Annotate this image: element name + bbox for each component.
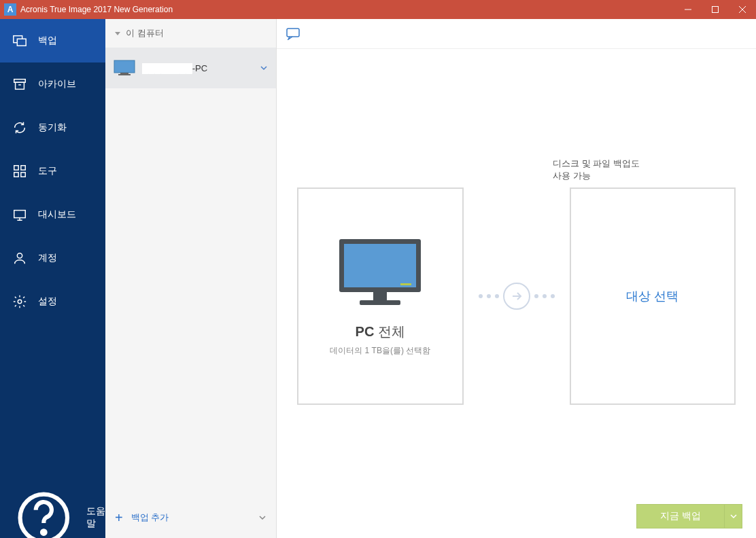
account-icon bbox=[12, 251, 27, 266]
sidebar-item-help[interactable]: 도움말 bbox=[0, 497, 105, 538]
svg-point-17 bbox=[18, 300, 22, 304]
flow-indicator bbox=[479, 283, 555, 310]
gear-icon bbox=[12, 294, 27, 309]
add-backup-button[interactable]: 백업 추가 bbox=[131, 512, 250, 524]
sidebar: 백업 아카이브 동기화 도구 대시보드 계정 bbox=[0, 19, 105, 538]
svg-rect-29 bbox=[360, 300, 400, 305]
svg-rect-13 bbox=[14, 211, 26, 218]
backup-now-dropdown[interactable] bbox=[725, 504, 742, 528]
pc-monitor-icon bbox=[332, 236, 428, 310]
svg-marker-20 bbox=[115, 32, 120, 35]
backup-list-item[interactable]: ████████-PC bbox=[105, 48, 276, 88]
plus-icon: + bbox=[115, 510, 123, 526]
help-icon bbox=[12, 486, 75, 538]
app-logo: A bbox=[4, 3, 16, 16]
svg-rect-10 bbox=[21, 166, 25, 170]
svg-rect-11 bbox=[14, 173, 18, 177]
sidebar-label: 동기화 bbox=[38, 122, 67, 134]
svg-point-19 bbox=[42, 531, 46, 534]
chevron-down-icon[interactable] bbox=[258, 514, 267, 522]
backup-item-name: ████████-PC bbox=[142, 63, 253, 73]
dashboard-icon bbox=[12, 207, 27, 222]
tools-icon bbox=[12, 164, 27, 179]
maximize-button[interactable] bbox=[702, 0, 729, 19]
svg-rect-22 bbox=[120, 73, 128, 74]
sidebar-item-settings[interactable]: 설정 bbox=[0, 280, 105, 323]
sidebar-label: 도움말 bbox=[86, 505, 105, 530]
svg-rect-7 bbox=[16, 82, 24, 89]
backup-now-button[interactable]: 지금 백업 bbox=[636, 504, 725, 528]
content-topbar bbox=[277, 19, 756, 49]
content-area: 디스크 및 파일 백업도 사용 가능 PC 전체 데이터의 1 TB을(를) 선… bbox=[277, 19, 756, 538]
sidebar-item-dashboard[interactable]: 대시보드 bbox=[0, 193, 105, 236]
maximize-icon bbox=[712, 6, 719, 13]
sidebar-label: 설정 bbox=[38, 295, 57, 308]
svg-rect-30 bbox=[400, 283, 411, 285]
minimize-icon bbox=[685, 6, 691, 13]
close-button[interactable] bbox=[729, 0, 756, 19]
sidebar-item-sync[interactable]: 동기화 bbox=[0, 106, 105, 149]
sync-icon bbox=[12, 120, 27, 135]
svg-rect-12 bbox=[21, 173, 25, 177]
sidebar-label: 계정 bbox=[38, 252, 57, 264]
backup-source-card[interactable]: PC 전체 데이터의 1 TB을(를) 선택함 bbox=[297, 187, 464, 405]
panel-header-label: 이 컴퓨터 bbox=[126, 27, 164, 39]
svg-rect-1 bbox=[712, 7, 719, 13]
svg-rect-5 bbox=[17, 39, 26, 46]
chevron-down-icon[interactable] bbox=[260, 64, 268, 72]
titlebar: A Acronis True Image 2017 New Generation bbox=[0, 0, 756, 19]
backup-icon bbox=[12, 33, 27, 48]
svg-rect-24 bbox=[287, 29, 299, 37]
archive-icon bbox=[12, 77, 27, 92]
monitor-icon bbox=[114, 60, 135, 76]
source-title: PC 전체 bbox=[356, 323, 405, 341]
svg-rect-9 bbox=[14, 166, 18, 170]
sidebar-item-archive[interactable]: 아카이브 bbox=[0, 62, 105, 106]
backup-list-panel: 이 컴퓨터 ████████-PC + 백업 추가 bbox=[105, 19, 277, 538]
sidebar-label: 도구 bbox=[38, 165, 57, 177]
window-title: Acronis True Image 2017 New Generation bbox=[20, 5, 674, 14]
comment-icon[interactable] bbox=[286, 28, 300, 40]
backup-destination-card[interactable]: 대상 선택 bbox=[570, 187, 736, 405]
close-icon bbox=[739, 6, 746, 13]
sidebar-item-account[interactable]: 계정 bbox=[0, 236, 105, 280]
svg-rect-28 bbox=[373, 292, 387, 300]
minimize-button[interactable] bbox=[674, 0, 702, 19]
svg-rect-27 bbox=[344, 244, 416, 287]
svg-point-16 bbox=[17, 253, 22, 258]
panel-header[interactable]: 이 컴퓨터 bbox=[105, 19, 276, 48]
sidebar-label: 백업 bbox=[38, 35, 57, 47]
chevron-down-icon bbox=[730, 513, 737, 520]
destination-label: 대상 선택 bbox=[626, 288, 678, 304]
sidebar-label: 아카이브 bbox=[38, 78, 76, 90]
svg-rect-21 bbox=[114, 60, 135, 73]
svg-rect-23 bbox=[118, 74, 131, 75]
action-bar: 지금 백업 bbox=[636, 504, 742, 528]
arrow-circle-icon bbox=[503, 283, 530, 310]
sidebar-item-tools[interactable]: 도구 bbox=[0, 149, 105, 193]
sidebar-label: 대시보드 bbox=[38, 209, 76, 221]
source-subtitle: 데이터의 1 TB을(를) 선택함 bbox=[330, 345, 430, 357]
hint-text: 디스크 및 파일 백업도 사용 가능 bbox=[553, 158, 648, 182]
sidebar-item-backup[interactable]: 백업 bbox=[0, 19, 105, 62]
triangle-down-icon bbox=[115, 31, 120, 36]
